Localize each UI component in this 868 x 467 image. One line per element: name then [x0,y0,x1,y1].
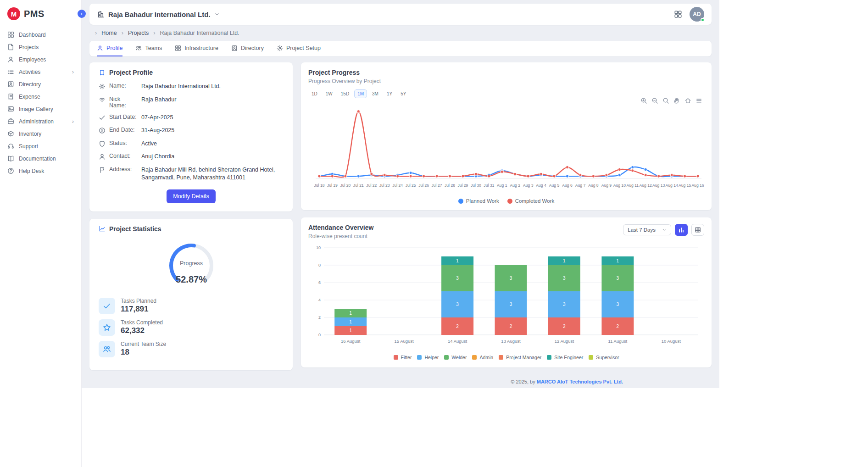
profile-field-row: End Date: 31-Aug-2025 [99,127,284,135]
svg-text:2: 2 [563,324,566,329]
footer-link[interactable]: MARCO AIoT Technologies Pvt. Ltd. [537,379,623,384]
logo[interactable]: M PMS [0,6,81,28]
chevron-right-icon: › [72,118,74,124]
apps-grid-icon[interactable] [674,10,682,18]
profile-field-row: Address: Raja Bahadur Mill Rd, behind Sh… [99,166,284,182]
address-icon [99,167,106,173]
field-label: Nick Name: [109,96,138,109]
sidebar-collapse-button[interactable]: ‹ [78,10,86,18]
sidebar-item[interactable]: Image Gallery › [0,103,81,115]
svg-text:Jul 19: Jul 19 [327,183,338,188]
svg-text:Jul 20: Jul 20 [340,183,351,188]
zoom-out-icon[interactable] [651,97,658,104]
tasks-planned-icon [103,302,111,310]
status-icon [99,140,106,147]
tab[interactable]: Infrastructure [175,41,218,56]
time-range-button[interactable]: 1Y [384,89,395,98]
bookmark-icon [99,69,106,76]
time-range-button[interactable]: 15D [338,89,352,98]
legend-item[interactable]: Admin [472,355,493,360]
svg-text:16 August: 16 August [341,339,361,344]
sidebar-item[interactable]: Documentation › [0,152,81,165]
progress-line-chart[interactable]: Jul 18Jul 19Jul 20Jul 21Jul 22Jul 23Jul … [308,99,704,197]
stat-value: 18 [121,348,166,357]
legend-marker [499,355,503,360]
project-progress-title: Project Progress [308,69,360,76]
svg-text:Aug 8: Aug 8 [588,183,599,188]
project-profile-title: Project Profile [109,69,153,76]
time-range-button[interactable]: 3M [369,89,382,98]
sidebar-item[interactable]: Activities › [0,66,81,78]
zoom-in-icon[interactable] [640,97,647,104]
time-range-button[interactable]: 1W [323,89,336,98]
attendance-title: Attendance Overview [308,224,373,231]
attendance-controls: Last 7 Days [623,224,704,236]
right-column: Project Progress Progress Overview by Pr… [301,62,712,367]
sidebar-item[interactable]: Support › [0,140,81,152]
breadcrumb-item[interactable]: Raja Bahadur International Ltd. [149,29,239,36]
tab[interactable]: Teams [135,41,162,56]
svg-text:1: 1 [349,311,352,316]
legend-item[interactable]: Fitter [394,355,412,360]
activities-icon [7,68,14,75]
legend-item[interactable]: Project Manager [499,355,541,360]
project-statistics-title: Project Statistics [109,225,161,233]
legend-item[interactable]: Helper [417,355,439,360]
company-name: Raja Bahadur International Ltd. [108,11,211,18]
chart-menu-icon[interactable] [696,97,702,104]
sidebar-item[interactable]: Employees › [0,53,81,66]
sidebar-item[interactable]: Dashboard › [0,28,81,41]
stat-row: Tasks Planned 117,891 [99,298,284,314]
tab[interactable]: Directory [231,41,264,56]
card-title-row: Attendance Overview [308,224,373,231]
legend-item[interactable]: Site Engineer [547,355,583,360]
reset-zoom-icon[interactable] [684,97,691,104]
user-avatar[interactable]: AD [690,7,704,22]
chart-view-toggle[interactable] [675,224,688,236]
sidebar-item[interactable]: Inventory › [0,128,81,140]
svg-text:0: 0 [318,333,321,337]
company-selector[interactable]: Raja Bahadur International Ltd. [97,11,220,18]
svg-text:4: 4 [318,298,321,302]
sidebar-item[interactable]: Help Desk › [0,165,81,177]
field-label: Name: [109,83,138,89]
sidebar-item[interactable]: Projects › [0,41,81,53]
online-status-dot [701,18,705,22]
svg-text:12 August: 12 August [555,339,574,344]
sidebar-item[interactable]: Directory › [0,78,81,90]
date-range-select[interactable]: Last 7 Days [623,224,671,235]
table-view-toggle[interactable] [691,224,704,236]
time-range-button[interactable]: 1M [354,89,367,98]
sidebar-item-label: Help Desk [19,168,44,174]
svg-text:Aug 15: Aug 15 [679,183,691,188]
selection-zoom-icon[interactable] [662,97,669,104]
svg-text:Aug 4: Aug 4 [536,183,546,188]
time-range-button[interactable]: 1D [308,89,321,98]
legend-item[interactable]: Supervisor [589,355,619,360]
sidebar-item[interactable]: Administration › [0,115,81,128]
legend-item[interactable]: Completed Work [507,198,554,204]
svg-text:Aug 3: Aug 3 [523,183,534,188]
time-range-button[interactable]: 5Y [397,89,409,98]
breadcrumb-item[interactable]: Projects [117,29,149,36]
directory-tab-icon [231,45,238,51]
svg-text:6: 6 [318,280,321,285]
legend-label: Fitter [401,355,412,360]
sidebar-item-label: Documentation [19,156,56,162]
modify-details-button[interactable]: Modify Details [167,189,216,203]
svg-text:1: 1 [563,258,566,263]
field-label: Contact: [109,153,138,159]
sidebar-item[interactable]: Expense › [0,90,81,103]
svg-text:Aug 16: Aug 16 [691,183,704,188]
tab[interactable]: Profile [97,41,122,56]
pan-icon[interactable] [673,97,680,104]
legend-item[interactable]: Planned Work [458,198,499,204]
breadcrumb-item[interactable]: Home [90,29,117,36]
gauge-wrap: Progress52.87% [99,239,284,290]
tab[interactable]: Project Setup [277,41,321,56]
logo-icon: M [7,7,20,20]
field-value: Raja Bahadur [141,96,176,104]
legend-item[interactable]: Welder [444,355,467,360]
svg-text:Aug 1: Aug 1 [497,183,507,188]
attendance-bar-chart[interactable]: 024681011116 August15 August233114 Augus… [308,242,704,354]
